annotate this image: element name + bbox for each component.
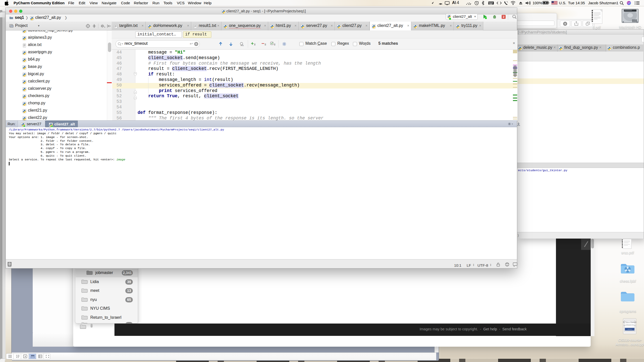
- svg-text:W. Armstrong: theory: W. Armstrong: theory: [625, 324, 634, 325]
- svg-text:relational databases of entiti: relational databases of entities: [624, 325, 636, 326]
- svg-text:II: II: [274, 43, 275, 46]
- svg-text:exercises: exercises: [628, 329, 632, 330]
- svg-text:II: II: [265, 43, 266, 46]
- svg-text:ALL: ALL: [240, 44, 244, 46]
- svg-text:II: II: [254, 43, 256, 46]
- svg-text:CS 319: Theory of Databases: C: CS 319: Theory of Databases: C3: [623, 321, 636, 323]
